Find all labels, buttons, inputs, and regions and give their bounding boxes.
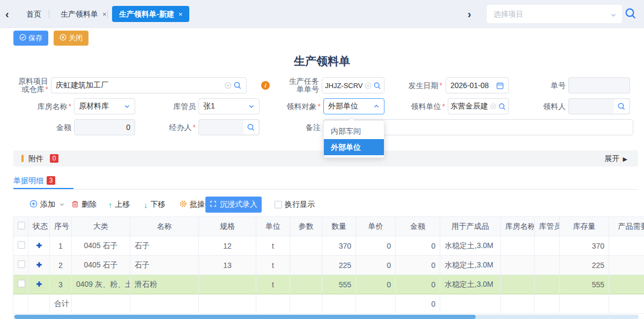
project-select[interactable] (487, 5, 622, 23)
x-circle-icon (60, 34, 66, 42)
add-row-button[interactable]: 添加 (29, 197, 65, 213)
table-row: 1 0405 石子 石子 12 t 370 0 0 水稳定土,3.0M 370 (13, 236, 644, 256)
cell-qty: 370 (322, 236, 356, 256)
page-title: 生产领料单 (0, 54, 644, 69)
wrap-display-toggle[interactable]: 换行显示 (275, 197, 315, 213)
move-down-button[interactable]: ↓ 下移 (144, 197, 166, 213)
chevron-up-icon (373, 103, 380, 110)
tabs-scroll-left-icon[interactable]: ‹ (5, 7, 9, 21)
cell-param (290, 256, 322, 275)
warehouse-keeper-label: 库管员 (153, 98, 196, 114)
select-all-checkbox[interactable] (18, 222, 25, 229)
col-param: 参数 (290, 217, 322, 236)
clear-circle-icon[interactable] (490, 103, 497, 110)
plus-cross-icon[interactable] (36, 242, 42, 250)
trash-icon (71, 200, 79, 209)
tab-divider (49, 10, 49, 18)
tab-detail[interactable]: 单据明细3 (13, 176, 55, 186)
tab-close-icon[interactable]: × (102, 10, 107, 18)
move-up-button[interactable]: ↑ 上移 (108, 197, 130, 213)
cell-seq: 3 (50, 275, 72, 294)
expand-toggle[interactable]: 展开▶ (605, 150, 627, 167)
tabs-scroll-right-icon[interactable]: › (468, 7, 471, 21)
tab-requisition-list[interactable]: 生产领料单× (54, 6, 114, 22)
search-icon[interactable] (624, 7, 637, 22)
warehouse-name-label: 库房名称 (15, 98, 71, 114)
cell-need (609, 275, 644, 294)
plus-cross-icon[interactable] (36, 280, 42, 289)
immersive-entry-button[interactable]: 沉浸式录入 (205, 197, 262, 213)
save-button-label: 保存 (28, 33, 42, 43)
save-button[interactable]: 保存 (13, 31, 48, 46)
col-qty: 数量 (322, 217, 356, 236)
cell-product: 水稳定土,3.0M (440, 236, 501, 256)
clear-circle-icon[interactable] (365, 82, 372, 89)
delete-row-button[interactable]: 删除 (71, 197, 97, 213)
requisition-target-select[interactable]: 外部单位 (323, 98, 384, 114)
triangle-right-icon: ▶ (623, 156, 627, 162)
doc-no-label: 单号 (523, 77, 566, 93)
cell-stock: 555 (560, 275, 609, 294)
magnifier-icon[interactable] (233, 81, 242, 90)
amount-input: 0 (74, 119, 135, 135)
tab-divider (107, 10, 108, 18)
material-project-input[interactable]: 庆虹建筑加工厂 (51, 77, 247, 93)
cell-unit: t (256, 236, 290, 256)
tab-home[interactable]: 首页 (19, 6, 48, 22)
task-no-label: 生产任务 单单号 (283, 77, 319, 93)
occur-date-input[interactable]: 2026-01-08 (446, 77, 509, 93)
cell-amount: 0 (396, 256, 440, 275)
cell-seq: 2 (50, 256, 72, 275)
calendar-icon[interactable] (496, 82, 504, 90)
col-price: 单价 (356, 217, 396, 236)
task-no-input[interactable]: JHJZ-SCRV (322, 77, 384, 93)
total-amount: 0 (396, 294, 440, 314)
magnifier-icon[interactable] (614, 99, 629, 113)
detail-table: 状态 序号 大类 名称 规格 单位 参数 数量 单价 金额 用于产成品 库房名称… (13, 216, 644, 314)
row-checkbox[interactable] (18, 280, 25, 287)
magnifier-icon[interactable] (373, 82, 381, 90)
info-circle-icon[interactable]: i (261, 81, 270, 90)
cell-category: 0405 石子 (72, 236, 130, 256)
tab-requisition-new[interactable]: 生产领料单-新建× (112, 6, 189, 22)
gear-icon (179, 200, 187, 209)
close-button[interactable]: 关闭 (54, 31, 88, 46)
requisition-person-input[interactable] (568, 98, 630, 114)
agent-input[interactable] (198, 119, 260, 135)
horizontal-scrollbar[interactable] (13, 315, 639, 319)
tab-divider-line (13, 189, 638, 190)
cell-price: 0 (356, 256, 396, 275)
cell-warehouse (501, 236, 535, 256)
col-category: 大类 (72, 217, 130, 236)
warehouse-keeper-select[interactable]: 张1 (198, 98, 260, 114)
scrollbar-thumb[interactable] (14, 315, 476, 319)
cell-amount: 0 (396, 236, 440, 256)
row-checkbox[interactable] (18, 260, 25, 268)
plus-cross-icon[interactable] (36, 261, 42, 270)
arrow-up-icon: ↑ (108, 200, 113, 209)
agent-label: 经办人 (153, 119, 196, 135)
chevron-down-icon[interactable] (610, 11, 617, 20)
tab-close-icon[interactable]: × (179, 10, 183, 18)
row-checkbox[interactable] (18, 241, 25, 249)
col-seq: 序号 (50, 217, 72, 236)
dropdown-arrow (349, 117, 354, 123)
dropdown-option-internal[interactable]: 内部车间 (324, 123, 384, 139)
project-select-input[interactable] (493, 10, 606, 18)
cell-keeper (535, 256, 560, 275)
detail-count-badge: 3 (47, 176, 55, 185)
warehouse-name-select[interactable]: 原材料库 (74, 98, 135, 114)
cell-name: 石子 (130, 256, 199, 275)
clear-circle-icon[interactable] (224, 82, 232, 89)
requisition-unit-input[interactable]: 东营金辰建 (448, 98, 509, 114)
cell-unit: t (256, 275, 290, 294)
tab-detail-label: 单据明细 (13, 176, 43, 185)
wrap-display-checkbox[interactable] (275, 201, 282, 208)
cell-param (290, 236, 322, 256)
col-keeper: 库管员 (535, 217, 560, 236)
table-total-row: 合计 0 (13, 294, 644, 314)
cell-stock: 225 (560, 256, 609, 275)
magnifier-icon[interactable] (498, 103, 506, 111)
magnifier-icon[interactable] (243, 120, 258, 134)
dropdown-option-external[interactable]: 外部单位 (324, 139, 384, 155)
